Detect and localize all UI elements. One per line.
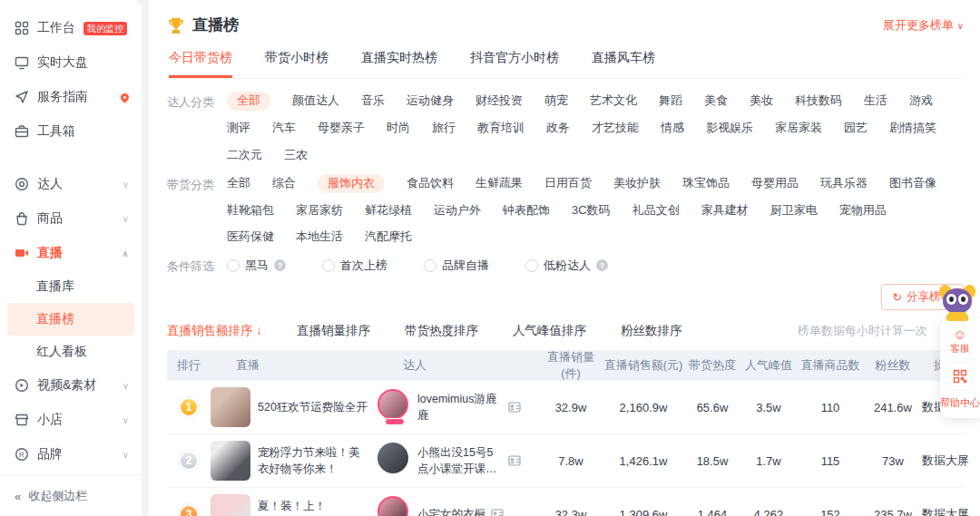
daren-name[interactable]: lovemimius游鹿鹿 — [417, 391, 503, 424]
daren-name[interactable]: 小宅女的衣橱 — [417, 506, 485, 516]
filter-option[interactable]: 鲜花绿植 — [365, 201, 412, 220]
filter-option[interactable]: 美妆 — [750, 92, 773, 111]
filter-option[interactable]: 教育培训 — [477, 119, 524, 138]
filter-option[interactable]: 汽车 — [272, 119, 296, 138]
checkbox[interactable] — [424, 259, 436, 272]
filter-option[interactable]: 全部 — [227, 92, 270, 111]
condition-low-fans-daren[interactable]: 低粉达人 ? — [525, 256, 608, 275]
filter-option[interactable]: 游戏 — [909, 92, 933, 111]
collapse-sidebar-button[interactable]: « 收起侧边栏 — [0, 475, 142, 516]
sidebar-item-workbench[interactable]: 工作台 我的监控 — [0, 11, 142, 45]
filter-option[interactable]: 母婴亲子 — [318, 119, 365, 138]
condition-brand-selfcast[interactable]: 品牌自播 — [424, 256, 489, 275]
sidebar-item-toolbox[interactable]: 工具箱 — [0, 114, 142, 149]
sidebar-item-brand[interactable]: R 品牌 ∨ — [0, 437, 142, 472]
filter-option[interactable]: 艺术文化 — [590, 92, 637, 111]
filter-option[interactable]: 玩具乐器 — [820, 174, 867, 193]
sort-by-sales-count[interactable]: 直播销量排序 — [297, 323, 370, 339]
filter-option[interactable]: 音乐 — [361, 92, 385, 111]
tab-today-sales[interactable]: 今日带货榜 — [169, 50, 232, 78]
qr-code-button[interactable] — [953, 369, 967, 384]
daren-avatar[interactable] — [377, 496, 412, 516]
sort-by-sales-amount[interactable]: 直播销售额排序 ↓ — [167, 323, 262, 339]
filter-option[interactable]: 旅行 — [432, 119, 456, 138]
live-cover[interactable] — [211, 387, 250, 427]
filter-option[interactable]: 本地生活 — [296, 228, 343, 247]
checkbox[interactable] — [322, 259, 335, 272]
condition-first-on-list[interactable]: 首次上榜 — [322, 256, 387, 275]
sidebar-item-goods[interactable]: 商品 ∨ — [0, 201, 142, 236]
filter-option[interactable]: 二次元 — [227, 146, 262, 165]
condition-dark-horse[interactable]: 黑马 ? — [227, 256, 286, 275]
sidebar-subitem-influencer-board[interactable]: 红人看板 — [0, 336, 142, 368]
data-screen-link[interactable]: 数据大屏 — [922, 453, 969, 469]
profile-card-icon[interactable] — [508, 401, 521, 414]
profile-card-icon[interactable] — [508, 454, 521, 467]
filter-option[interactable]: 剧情搞笑 — [889, 119, 936, 138]
filter-option[interactable]: 运动户外 — [434, 201, 481, 220]
sort-by-peak-popularity[interactable]: 人气峰值排序 — [513, 323, 586, 339]
sidebar-item-daren[interactable]: 达人 ∨ — [0, 167, 142, 201]
live-title[interactable]: 520狂欢节运费险全开 — [258, 399, 368, 415]
filter-option[interactable]: 日用百货 — [544, 174, 592, 193]
filter-option[interactable]: 政务 — [546, 119, 570, 138]
checkbox[interactable] — [227, 259, 240, 272]
tab-live-realtime-hot[interactable]: 直播实时热榜 — [361, 50, 437, 78]
sidebar-subitem-live-ranking[interactable]: 直播榜 — [7, 303, 134, 336]
filter-option[interactable]: 运动健身 — [407, 92, 454, 111]
daren-avatar[interactable] — [377, 443, 412, 479]
filter-option[interactable]: 生活 — [864, 92, 887, 111]
profile-card-icon[interactable] — [491, 508, 504, 516]
sidebar-subitem-live-library[interactable]: 直播库 — [0, 270, 142, 303]
filter-option[interactable]: 生鲜蔬果 — [475, 174, 523, 193]
mascot[interactable] — [937, 283, 977, 321]
filter-option[interactable]: 礼品文创 — [632, 201, 680, 220]
sort-by-heat[interactable]: 带货热度排序 — [405, 323, 478, 339]
help-icon[interactable]: ? — [596, 259, 608, 271]
tab-douyin-official-hourly[interactable]: 抖音官方小时榜 — [470, 50, 559, 78]
filter-option[interactable]: 厨卫家电 — [770, 201, 818, 220]
filter-option[interactable]: 测评 — [227, 119, 250, 138]
filter-option[interactable]: 美食 — [704, 92, 728, 111]
filter-option[interactable]: 萌宠 — [544, 92, 568, 111]
filter-option[interactable]: 时尚 — [387, 119, 410, 138]
filter-option[interactable]: 宠物用品 — [839, 201, 887, 220]
filter-option[interactable]: 家居家装 — [775, 119, 822, 138]
expand-more-rankings-link[interactable]: 展开更多榜单 ∨ — [883, 17, 964, 34]
filter-option[interactable]: 美妆护肤 — [613, 174, 661, 193]
data-screen-link[interactable]: 数据大屏 — [922, 506, 969, 516]
filter-option[interactable]: 医药保健 — [227, 228, 274, 247]
filter-option[interactable]: 家居家纺 — [296, 201, 343, 220]
filter-option[interactable]: 园艺 — [844, 119, 867, 138]
help-icon[interactable]: ? — [274, 259, 286, 271]
filter-option[interactable]: 才艺技能 — [592, 119, 639, 138]
checkbox[interactable] — [525, 259, 538, 272]
live-cover[interactable] — [211, 441, 250, 481]
filter-option[interactable]: 珠宝饰品 — [682, 174, 730, 193]
filter-option[interactable]: 钟表配饰 — [503, 201, 550, 220]
filter-option[interactable]: 家具建材 — [701, 201, 749, 220]
live-title[interactable]: 宠粉浮力节来啦！美衣好物等你来！ — [258, 444, 368, 477]
filter-option[interactable]: 财经投资 — [475, 92, 523, 111]
tab-live-windmill[interactable]: 直播风车榜 — [592, 50, 655, 78]
filter-option[interactable]: 综合 — [272, 174, 296, 193]
filter-option[interactable]: 颜值达人 — [292, 92, 339, 111]
filter-option[interactable]: 舞蹈 — [659, 92, 682, 111]
filter-option[interactable]: 3C数码 — [572, 201, 611, 220]
filter-option[interactable]: 汽配摩托 — [365, 228, 412, 247]
live-title[interactable]: 夏！装！上！新！！！ — [258, 498, 368, 516]
sidebar-item-live[interactable]: 直播 ∧ — [0, 236, 142, 270]
help-center-button[interactable]: 帮助中心 — [940, 397, 980, 410]
sidebar-item-guide[interactable]: 服务指南 — [0, 80, 142, 114]
tab-hourly-sales[interactable]: 带货小时榜 — [265, 50, 328, 78]
filter-option[interactable]: 母婴用品 — [751, 174, 799, 193]
customer-service-button[interactable]: ☺ 客服 — [950, 327, 970, 355]
filter-option[interactable]: 服饰内衣 — [318, 174, 385, 193]
sidebar-item-video[interactable]: 视频&素材 ∨ — [0, 368, 142, 403]
filter-option[interactable]: 科技数码 — [795, 92, 842, 111]
filter-option[interactable]: 食品饮料 — [407, 174, 454, 193]
daren-avatar[interactable] — [377, 389, 412, 425]
filter-option[interactable]: 鞋靴箱包 — [227, 201, 274, 220]
sidebar-item-shop[interactable]: 小店 ∨ — [0, 403, 142, 437]
sidebar-item-realtime[interactable]: 实时大盘 — [0, 45, 142, 80]
